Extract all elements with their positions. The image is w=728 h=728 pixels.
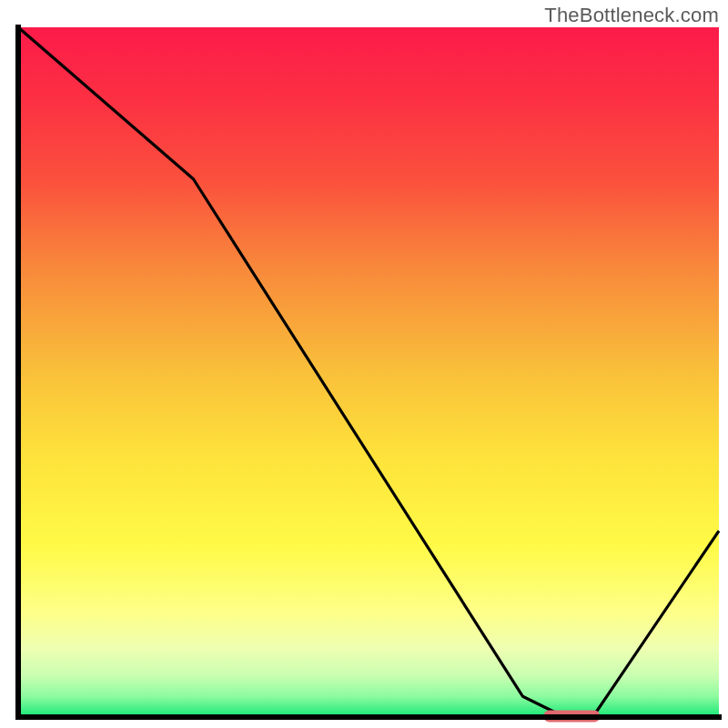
chart-container: TheBottleneck.com [0,0,728,728]
watermark-text: TheBottleneck.com [544,4,719,27]
gradient-background [18,27,719,717]
bottleneck-chart [0,0,728,728]
